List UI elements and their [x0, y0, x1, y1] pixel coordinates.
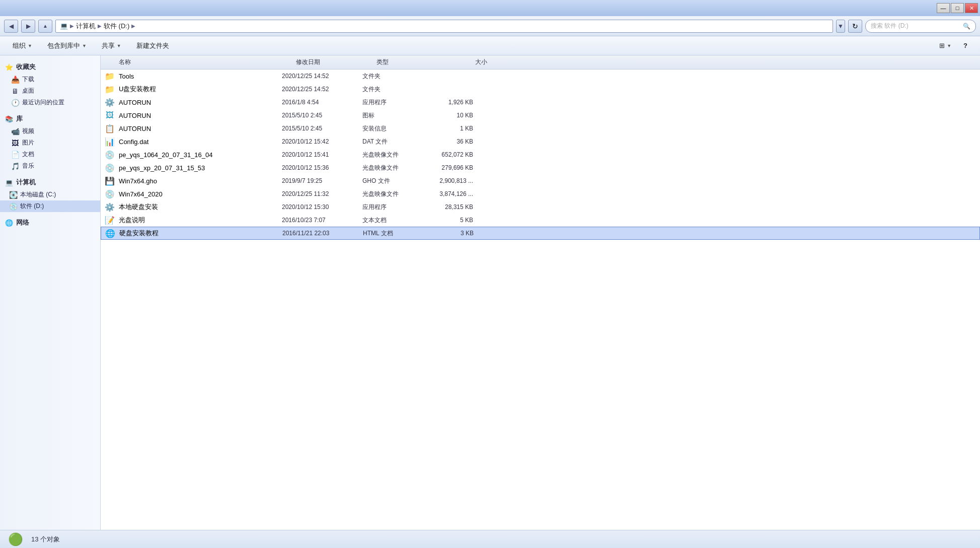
file-name-cell: ⚙️ AUTORUN: [105, 97, 282, 107]
sidebar-network-header[interactable]: 🌐 网络: [0, 216, 100, 229]
add-to-library-button[interactable]: 包含到库中 ▼: [41, 39, 93, 53]
search-placeholder: 搜索 软件 (D:): [871, 22, 909, 30]
breadcrumb-computer[interactable]: 计算机: [76, 22, 96, 31]
table-row[interactable]: 📁 Tools 2020/12/25 14:52 文件夹: [101, 70, 980, 83]
help-label: ?: [963, 42, 967, 49]
toolbar: 组织 ▼ 包含到库中 ▼ 共享 ▼ 新建文件夹 ⊞ ▼ ?: [0, 36, 980, 55]
dropdown-button[interactable]: ▼: [836, 20, 845, 33]
share-button[interactable]: 共享 ▼: [95, 39, 128, 53]
file-type-cell: 光盘映像文件: [362, 151, 423, 159]
file-size-cell: 3 KB: [423, 230, 484, 237]
close-button[interactable]: ✕: [965, 3, 978, 13]
file-date-cell: 2016/10/23 7:07: [282, 217, 362, 224]
sidebar-item-video[interactable]: 📹 视频: [0, 125, 100, 137]
table-row[interactable]: 💿 Win7x64_2020 2020/12/25 11:32 光盘映像文件 3…: [101, 187, 980, 200]
library-label: 库: [16, 114, 23, 123]
file-name-cell: 💿 Win7x64_2020: [105, 189, 282, 199]
back-button[interactable]: ◀: [4, 20, 18, 33]
col-type-header[interactable]: 类型: [376, 58, 437, 66]
new-folder-button[interactable]: 新建文件夹: [130, 39, 176, 53]
titlebar-buttons: — □ ✕: [937, 3, 978, 13]
table-row[interactable]: 📊 Config.dat 2020/10/12 15:42 DAT 文件 36 …: [101, 135, 980, 148]
file-date-cell: 2015/5/10 2:45: [282, 112, 362, 119]
col-size-header[interactable]: 大小: [437, 58, 497, 66]
file-icon: 💿: [105, 150, 115, 160]
share-dropdown-icon: ▼: [117, 43, 121, 48]
file-type-cell: 文件夹: [362, 72, 423, 81]
sidebar-section-library: 📚 库 📹 视频 🖼 图片 📄 文档 🎵 音乐: [0, 112, 100, 172]
file-date-cell: 2020/12/25 14:52: [282, 86, 362, 93]
file-icon: 📊: [105, 136, 115, 147]
sidebar-library-header[interactable]: 📚 库: [0, 112, 100, 125]
breadcrumb-drive[interactable]: 软件 (D:): [104, 22, 129, 31]
sidebar-item-d-drive[interactable]: 💿 软件 (D:): [0, 200, 100, 212]
forward-button[interactable]: ▶: [21, 20, 35, 33]
table-row[interactable]: 💾 Win7x64.gho 2019/9/7 19:25 GHO 文件 2,90…: [101, 174, 980, 187]
file-name-text: Tools: [119, 73, 134, 80]
sidebar-favorites-header[interactable]: ⭐ 收藏夹: [0, 60, 100, 74]
help-button[interactable]: ?: [957, 39, 974, 53]
organize-dropdown-icon: ▼: [28, 43, 32, 48]
table-row[interactable]: 💿 pe_yqs_xp_20_07_31_15_53 2020/10/12 15…: [101, 161, 980, 174]
file-icon: 💿: [105, 163, 115, 173]
file-type-cell: 应用程序: [362, 203, 423, 212]
file-date-cell: 2020/10/12 15:42: [282, 138, 362, 145]
minimize-button[interactable]: —: [937, 3, 950, 13]
computer-label: 计算机: [16, 178, 36, 187]
file-size-cell: 652,072 KB: [423, 151, 483, 158]
file-size-cell: 2,900,813 ...: [423, 177, 483, 184]
file-icon: ⚙️: [105, 97, 115, 107]
d-drive-icon: 💿: [9, 202, 17, 211]
sidebar-item-recent-label: 最近访问的位置: [22, 98, 64, 107]
sidebar-computer-header[interactable]: 💻 计算机: [0, 176, 100, 189]
file-type-cell: HTML 文档: [363, 229, 423, 238]
sidebar-item-document[interactable]: 📄 文档: [0, 149, 100, 160]
breadcrumb[interactable]: 💻 ▶ 计算机 ▶ 软件 (D:) ▶: [55, 20, 833, 33]
organize-button[interactable]: 组织 ▼: [6, 39, 39, 53]
view-button[interactable]: ⊞ ▼: [936, 39, 955, 53]
search-icon: 🔍: [963, 23, 970, 30]
file-type-cell: DAT 文件: [362, 138, 423, 146]
sidebar-item-desktop[interactable]: 🖥 桌面: [0, 85, 100, 97]
file-date-cell: 2020/12/25 14:52: [282, 73, 362, 80]
file-size-cell: 279,696 KB: [423, 164, 483, 171]
addressbar: ◀ ▶ ▲ 💻 ▶ 计算机 ▶ 软件 (D:) ▶ ▼ ↻ 搜索 软件 (D:)…: [0, 16, 980, 36]
file-size-cell: 5 KB: [423, 217, 483, 224]
table-row[interactable]: 💿 pe_yqs_1064_20_07_31_16_04 2020/10/12 …: [101, 148, 980, 161]
sidebar-item-c-drive[interactable]: 💽 本地磁盘 (C:): [0, 189, 100, 200]
table-row[interactable]: 📋 AUTORUN 2015/5/10 2:45 安装信息 1 KB: [101, 122, 980, 135]
file-name-cell: 💿 pe_yqs_xp_20_07_31_15_53: [105, 163, 282, 173]
table-row[interactable]: 📁 U盘安装教程 2020/12/25 14:52 文件夹: [101, 83, 980, 96]
maximize-button[interactable]: □: [951, 3, 964, 13]
sidebar-item-music[interactable]: 🎵 音乐: [0, 160, 100, 172]
file-icon: 💾: [105, 176, 115, 186]
sidebar-item-download-label: 下载: [22, 75, 34, 84]
sidebar-item-recent[interactable]: 🕐 最近访问的位置: [0, 97, 100, 108]
sidebar-item-c-drive-label: 本地磁盘 (C:): [20, 190, 56, 199]
table-row[interactable]: 🌐 硬盘安装教程 2016/11/21 22:03 HTML 文档 3 KB: [101, 227, 980, 240]
col-date-header[interactable]: 修改日期: [296, 58, 376, 66]
sidebar-item-download[interactable]: 📥 下载: [0, 74, 100, 85]
table-row[interactable]: 🖼 AUTORUN 2015/5/10 2:45 图标 10 KB: [101, 109, 980, 122]
file-type-cell: GHO 文件: [362, 177, 423, 185]
sidebar-item-picture[interactable]: 🖼 图片: [0, 137, 100, 149]
file-icon: 📝: [105, 215, 115, 225]
table-row[interactable]: ⚙️ AUTORUN 2016/1/8 4:54 应用程序 1,926 KB: [101, 96, 980, 109]
star-icon: ⭐: [5, 63, 13, 71]
view-dropdown-icon: ▼: [947, 43, 951, 48]
file-date-cell: 2020/12/25 11:32: [282, 190, 362, 197]
search-bar[interactable]: 搜索 软件 (D:) 🔍: [865, 20, 976, 33]
file-list: 📁 Tools 2020/12/25 14:52 文件夹 📁 U盘安装教程 20…: [101, 70, 980, 530]
refresh-button[interactable]: ↻: [848, 20, 862, 33]
desktop-icon: 🖥: [11, 87, 19, 95]
up-button[interactable]: ▲: [38, 20, 52, 33]
file-date-cell: 2020/10/12 15:41: [282, 151, 362, 158]
table-row[interactable]: 📝 光盘说明 2016/10/23 7:07 文本文档 5 KB: [101, 214, 980, 227]
breadcrumb-arrow-1: ▶: [70, 23, 74, 29]
sidebar-item-d-drive-label: 软件 (D:): [20, 202, 44, 211]
table-row[interactable]: ⚙️ 本地硬盘安装 2020/10/12 15:30 应用程序 28,315 K…: [101, 200, 980, 214]
sidebar-item-video-label: 视频: [22, 127, 34, 135]
col-name-header[interactable]: 名称: [105, 58, 296, 66]
file-name-text: 硬盘安装教程: [119, 229, 159, 238]
picture-icon: 🖼: [11, 139, 19, 147]
